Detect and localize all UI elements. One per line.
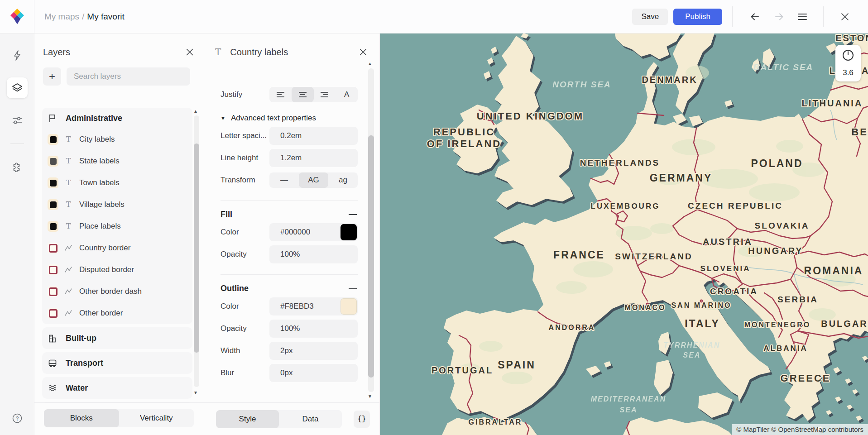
layer-group-card[interactable]: Transport	[42, 352, 192, 374]
layer-label: Other border dash	[79, 287, 142, 296]
menu-button[interactable]	[796, 10, 809, 24]
tab-blocks[interactable]: Blocks	[44, 409, 119, 427]
fill-opacity-input[interactable]	[269, 245, 358, 263]
scroll-down-icon[interactable]: ▼	[368, 394, 372, 399]
layer-group-label: Water	[66, 383, 88, 393]
style-panel-content: Justify A ▼ Advanced text prop	[206, 86, 379, 402]
layer-swatch[interactable]	[48, 286, 58, 297]
outline-blur-input[interactable]	[269, 364, 358, 382]
logo-cell[interactable]	[0, 0, 34, 33]
save-button[interactable]: Save	[632, 9, 668, 25]
layers-scrollbar-track[interactable]	[194, 115, 199, 387]
redo-button[interactable]	[772, 9, 787, 24]
layer-group-header[interactable]: Administrative	[42, 108, 192, 129]
search-layers-input[interactable]	[67, 67, 190, 86]
publish-button[interactable]: Publish	[673, 9, 722, 25]
scroll-down-icon[interactable]: ▼	[193, 391, 198, 395]
letter-spacing-input[interactable]	[269, 127, 358, 145]
layer-label: Town labels	[79, 178, 120, 187]
layer-label: City labels	[79, 135, 115, 144]
tab-style[interactable]: Style	[216, 410, 279, 428]
align-center-icon	[298, 91, 307, 98]
layer-swatch[interactable]	[48, 221, 58, 232]
transform-none-button[interactable]: —	[269, 172, 299, 188]
outline-collapse-button[interactable]	[348, 286, 358, 292]
add-layer-button[interactable]: +	[43, 67, 61, 86]
rail-item-help[interactable]: ?	[7, 408, 28, 429]
forward-arrow-icon	[773, 11, 785, 23]
map-label: ESTONIA	[835, 33, 868, 43]
rail-item-quickstart[interactable]	[7, 45, 28, 66]
outline-opacity-input[interactable]	[269, 320, 358, 338]
layer-swatch[interactable]	[48, 243, 58, 253]
map-label: NETHERLANDS	[580, 158, 660, 167]
layer-group-card: AdministrativeTCity labelsTState labelsT…	[42, 108, 192, 324]
outline-section-title: Outline	[221, 284, 249, 293]
tab-verticality[interactable]: Verticality	[119, 409, 194, 427]
scroll-up-icon[interactable]: ▲	[193, 109, 198, 114]
layers-panel-close-button[interactable]	[184, 47, 195, 57]
tab-data[interactable]: Data	[279, 410, 342, 428]
layer-swatch[interactable]	[48, 264, 58, 275]
layer-label: Country border	[79, 244, 130, 253]
close-editor-button[interactable]	[838, 10, 852, 24]
fill-color-swatch[interactable]	[340, 224, 357, 240]
map-label: DENMARK	[642, 75, 697, 85]
layer-row[interactable]: TState labels	[42, 150, 192, 172]
style-scrollbar-thumb[interactable]	[368, 135, 374, 378]
line-layer-icon	[64, 309, 73, 317]
style-scrollbar-track[interactable]	[368, 68, 374, 392]
layer-swatch[interactable]	[48, 134, 58, 145]
layer-row[interactable]: TTown labels	[42, 172, 192, 194]
text-layer-icon: T	[66, 158, 71, 165]
breadcrumb-root[interactable]: My maps	[44, 12, 79, 21]
fill-section-title: Fill	[221, 210, 232, 219]
map-label: SPAIN	[498, 359, 536, 371]
layer-row[interactable]: Country border	[42, 237, 192, 259]
layers-toolbar: +	[43, 67, 190, 86]
align-right-button[interactable]	[314, 87, 336, 102]
line-height-input[interactable]	[269, 149, 358, 167]
layer-swatch[interactable]	[48, 156, 58, 167]
style-panel-close-button[interactable]	[358, 47, 369, 57]
transform-lowercase-button[interactable]: ag	[328, 172, 358, 188]
layers-scrollbar-thumb[interactable]	[194, 143, 199, 353]
layer-swatch[interactable]	[48, 308, 58, 319]
layer-group-card[interactable]: Water	[42, 377, 192, 399]
layer-row[interactable]: Other border	[42, 302, 192, 324]
map-label: MONACO	[625, 304, 666, 311]
layer-row[interactable]: Disputed border	[42, 259, 192, 281]
layer-row[interactable]: TPlace labels	[42, 215, 192, 237]
layer-row[interactable]: TCity labels	[42, 129, 192, 150]
align-center-button[interactable]	[292, 87, 314, 102]
left-icon-rail: ?	[0, 33, 34, 435]
outline-color-swatch[interactable]	[340, 298, 357, 315]
topbar-actions: Save Publish	[632, 6, 868, 27]
layer-swatch[interactable]	[48, 199, 58, 210]
align-left-button[interactable]	[269, 87, 292, 102]
map-label: GIBRALTAR	[469, 418, 523, 426]
letter-a-button[interactable]: A	[336, 87, 358, 102]
layer-row[interactable]: TVillage labels	[42, 194, 192, 215]
map-label: ROMANIA	[804, 265, 863, 277]
undo-button[interactable]	[747, 9, 762, 24]
scroll-up-icon[interactable]: ▲	[368, 62, 372, 66]
transform-uppercase-button[interactable]: AG	[299, 172, 328, 188]
map-label: SAN MARINO	[671, 301, 731, 309]
rail-item-plugins[interactable]	[7, 156, 28, 177]
map-zoom-control: 3.6	[835, 45, 861, 81]
advanced-text-properties-toggle[interactable]: ▼ Advanced text properties	[221, 114, 379, 123]
map-history-button[interactable]	[835, 45, 861, 65]
layer-row[interactable]: Other border dash	[42, 281, 192, 302]
map-attribution[interactable]: © MapTiler © OpenStreetMap contributors	[732, 424, 868, 435]
json-editor-button[interactable]: {}	[354, 411, 370, 428]
fill-collapse-button[interactable]	[348, 211, 358, 218]
outline-width-input[interactable]	[269, 342, 358, 360]
align-right-icon	[320, 91, 329, 98]
layer-swatch[interactable]	[48, 177, 58, 188]
layer-group-card[interactable]: Built-up	[42, 327, 192, 349]
rail-item-settings[interactable]	[7, 110, 28, 131]
map-canvas[interactable]: ESTONIALATVIALITHUANIABELARUSDENMARKUNIT…	[379, 33, 868, 435]
rail-item-layers[interactable]	[7, 77, 28, 98]
rail-divider	[10, 143, 24, 144]
